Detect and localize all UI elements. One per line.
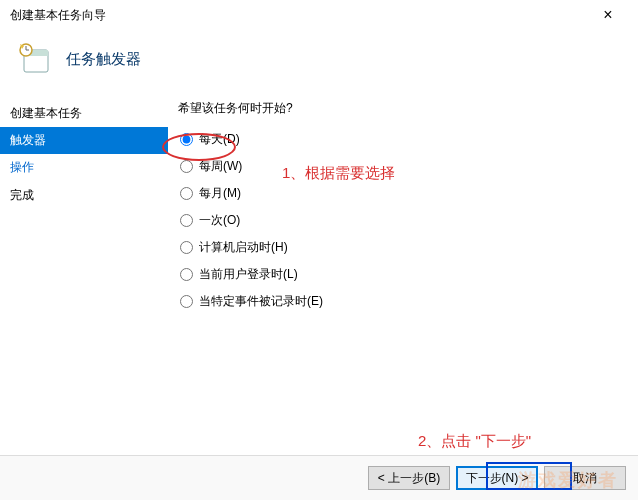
radio-startup-input[interactable] [180,241,193,254]
radio-logon-input[interactable] [180,268,193,281]
sidebar-item-finish[interactable]: 完成 [0,182,168,209]
radio-logon[interactable]: 当前用户登录时(L) [180,266,628,283]
trigger-radio-group: 每天(D) 每周(W) 每月(M) 一次(O) 计算机启动时(H) 当前用户登录… [178,131,628,310]
radio-event-input[interactable] [180,295,193,308]
wizard-footer: < 上一步(B) 下一步(N) > 取消 [0,455,638,500]
radio-weekly[interactable]: 每周(W) [180,158,628,175]
radio-startup[interactable]: 计算机启动时(H) [180,239,628,256]
radio-daily-input[interactable] [180,133,193,146]
sidebar-item-action[interactable]: 操作 [0,154,168,181]
titlebar: 创建基本任务向导 × [0,0,638,30]
wizard-main: 希望该任务何时开始? 每天(D) 每周(W) 每月(M) 一次(O) 计算机启动… [168,94,638,454]
radio-once[interactable]: 一次(O) [180,212,628,229]
wizard-step-title: 任务触发器 [66,50,141,69]
wizard-sidebar: 创建基本任务 触发器 操作 完成 [0,94,168,454]
radio-daily[interactable]: 每天(D) [180,131,628,148]
trigger-prompt: 希望该任务何时开始? [178,100,628,117]
radio-daily-label: 每天(D) [199,131,240,148]
next-button[interactable]: 下一步(N) > [456,466,538,490]
sidebar-item-create-task[interactable]: 创建基本任务 [0,100,168,127]
radio-monthly[interactable]: 每月(M) [180,185,628,202]
scheduler-icon [18,42,52,76]
wizard-body: 创建基本任务 触发器 操作 完成 希望该任务何时开始? 每天(D) 每周(W) … [0,94,638,454]
radio-weekly-label: 每周(W) [199,158,242,175]
radio-logon-label: 当前用户登录时(L) [199,266,298,283]
radio-startup-label: 计算机启动时(H) [199,239,288,256]
window-title: 创建基本任务向导 [10,7,106,24]
close-icon[interactable]: × [588,6,628,24]
radio-event-label: 当特定事件被记录时(E) [199,293,323,310]
sidebar-item-trigger[interactable]: 触发器 [0,127,168,154]
cancel-button[interactable]: 取消 [544,466,626,490]
radio-monthly-input[interactable] [180,187,193,200]
back-button[interactable]: < 上一步(B) [368,466,450,490]
radio-monthly-label: 每月(M) [199,185,241,202]
radio-once-label: 一次(O) [199,212,240,229]
radio-once-input[interactable] [180,214,193,227]
wizard-header: 任务触发器 [0,30,638,94]
radio-event[interactable]: 当特定事件被记录时(E) [180,293,628,310]
radio-weekly-input[interactable] [180,160,193,173]
